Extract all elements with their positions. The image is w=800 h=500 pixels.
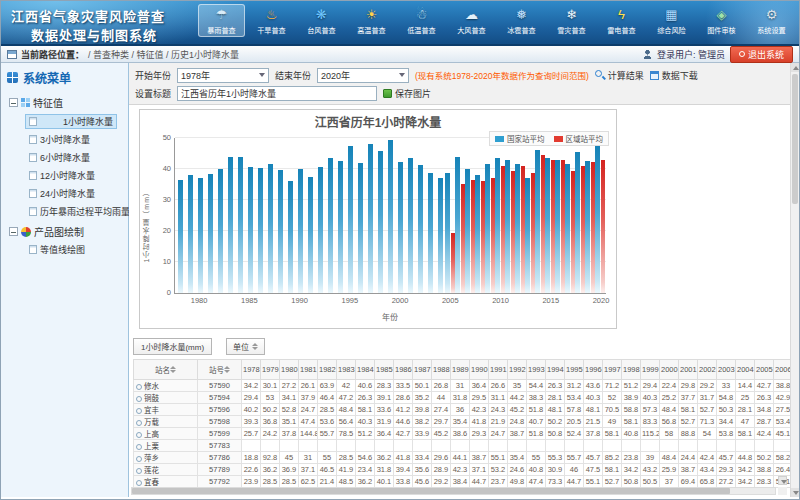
toolbar-item-label: 综合风险	[650, 24, 693, 34]
year-col-header: 2004	[736, 360, 755, 380]
value-cell	[546, 440, 565, 452]
sidebar-group-1[interactable]: 产品图绘制	[9, 224, 126, 239]
breadcrumb[interactable]: / 普查种类 / 特征值 / 历史1小时降水量	[88, 48, 239, 61]
bar-national	[248, 167, 253, 293]
value-cell: 25	[736, 392, 755, 404]
value-cell: 45.1	[774, 428, 791, 440]
save-image-button[interactable]: 保存图片	[383, 87, 431, 100]
value-cell: 46.5	[318, 464, 337, 476]
toolbar-item-drought[interactable]: ♨干旱普查	[248, 4, 295, 37]
station-name-cell[interactable]: 宜春	[134, 476, 198, 488]
h-scrollbar[interactable]	[131, 487, 776, 495]
v-scrollbar-thumb[interactable]	[792, 74, 798, 204]
station-name-cell[interactable]: 铜鼓	[134, 392, 198, 404]
bar-group	[535, 138, 545, 293]
station-name-cell[interactable]: 万载	[134, 416, 198, 428]
value-cell: 85.2	[603, 452, 622, 464]
toolbar-item-snow[interactable]: ❄雪灾普查	[548, 4, 595, 37]
locate-icon	[136, 432, 142, 438]
value-cell: 38.9	[622, 392, 641, 404]
bar-group	[365, 138, 375, 293]
sort-dropdown[interactable]: 单位	[226, 338, 265, 355]
sidebar-item-1-0[interactable]: 等值线绘图	[25, 241, 126, 258]
value-cell: 20.5	[565, 416, 584, 428]
bar-national	[218, 169, 223, 293]
bar-national	[188, 175, 193, 293]
station-id-cell: 57789	[198, 464, 242, 476]
sidebar-item-label: 3小时降水量	[40, 133, 90, 146]
x-tick-label: 1980	[191, 296, 208, 305]
end-year-select[interactable]: 2020年	[317, 68, 409, 83]
lightning-icon: ϟ	[599, 7, 644, 24]
toolbar-item-map-review[interactable]: ◈图件审核	[698, 4, 745, 37]
toolbar-item-hail[interactable]: ❅冰雹普查	[498, 4, 545, 37]
toolbar-item-high-temp[interactable]: ☀高温普查	[348, 4, 395, 37]
expander-icon[interactable]	[9, 227, 18, 236]
station-name-cell[interactable]: 上高	[134, 428, 198, 440]
value-cell: 29.4	[641, 380, 660, 392]
value-cell	[318, 440, 337, 452]
station-name-cell[interactable]: 莲花	[134, 464, 198, 476]
doc-icon	[29, 135, 37, 144]
station-name-cell[interactable]: 上栗	[134, 440, 198, 452]
unit-button[interactable]: 1小时降水量(mm)	[133, 338, 212, 355]
value-cell: 36.4	[470, 380, 489, 392]
toolbar-item-settings[interactable]: ⚙系统设置	[748, 4, 795, 37]
table-row: 莲花5778922.636.236.937.146.541.923.431.83…	[134, 464, 791, 476]
station-col-header[interactable]: 站名	[134, 360, 198, 380]
value-cell: 58.8	[622, 404, 641, 416]
year-col-header: 1994	[546, 360, 565, 380]
bar-group	[525, 138, 535, 293]
toolbar-item-lightning[interactable]: ϟ雷电普查	[598, 4, 645, 37]
chart-title-input[interactable]	[177, 86, 377, 101]
station-id-col-header[interactable]: 站号	[198, 360, 242, 380]
drought-icon: ♨	[249, 7, 294, 24]
sidebar-item-0-5[interactable]: 历年暴雨过程平均雨量	[25, 203, 126, 220]
value-cell: 44.6	[394, 416, 413, 428]
sidebar-group-0[interactable]: 特征值	[9, 95, 126, 110]
start-year-select[interactable]: 1978年	[177, 68, 269, 83]
value-cell: 47.5	[584, 464, 603, 476]
x-tick-label: 1990	[291, 296, 308, 305]
toolbar-item-low-temp[interactable]: ☃低温普查	[398, 4, 445, 37]
value-cell: 34.4	[717, 416, 736, 428]
value-cell: 54	[698, 428, 717, 440]
value-cell: 24.4	[679, 452, 698, 464]
bar-national	[418, 165, 423, 293]
sidebar-item-0-3[interactable]: 12小时降水量	[25, 167, 126, 184]
x-tick-label: 1995	[341, 296, 358, 305]
value-cell	[717, 440, 736, 452]
value-cell	[299, 440, 318, 452]
main-panel: 开始年份 1978年 结束年份 2020年 (现有系统1978-2020年数据作…	[129, 63, 790, 497]
station-name-cell[interactable]: 宜丰	[134, 404, 198, 416]
toolbar-item-gale[interactable]: ☁大风普查	[448, 4, 495, 37]
toolbar-item-label: 雷电普查	[600, 24, 643, 34]
value-cell: 39.4	[394, 464, 413, 476]
data-download-button[interactable]: 数据下载	[650, 69, 698, 82]
toolbar-item-rainstorm[interactable]: ☂暴雨普查	[198, 4, 245, 37]
station-id-cell: 57599	[198, 428, 242, 440]
sidebar-item-0-0[interactable]: 1小时降水量	[25, 114, 117, 129]
station-name-cell[interactable]: 萍乡	[134, 452, 198, 464]
sidebar-group-label: 特征值	[33, 95, 63, 110]
scroll-down-icon[interactable]	[791, 488, 799, 497]
expander-icon[interactable]	[9, 98, 18, 107]
sidebar-item-0-2[interactable]: 6小时降水量	[25, 149, 126, 166]
sidebar-item-0-1[interactable]: 3小时降水量	[25, 131, 126, 148]
logout-button[interactable]: 退出系统	[730, 46, 793, 63]
toolbar-item-composite-risk[interactable]: ▦综合风险	[648, 4, 695, 37]
h-scrollbar-thumb[interactable]	[132, 488, 730, 494]
value-cell: 33.5	[394, 380, 413, 392]
chart-area: 江西省历年1小时降水量 国家站平均区域站平均 1小时降水量（mm） 010203…	[129, 105, 790, 334]
station-name-cell[interactable]: 修水	[134, 380, 198, 392]
value-cell: 71.3	[698, 416, 717, 428]
v-scrollbar[interactable]	[790, 63, 799, 497]
sidebar-item-0-4[interactable]: 24小时降水量	[25, 185, 126, 202]
table-row: 宜丰5759640.250.252.824.728.548.458.133.64…	[134, 404, 791, 416]
toolbar-item-typhoon[interactable]: ❋台风普查	[298, 4, 345, 37]
value-cell: 63.9	[318, 380, 337, 392]
calc-result-button[interactable]: 计算结果	[595, 69, 644, 82]
value-cell: 33.4	[413, 452, 432, 464]
scroll-up-icon[interactable]	[791, 63, 799, 72]
table-scroll-down[interactable]	[778, 476, 787, 485]
